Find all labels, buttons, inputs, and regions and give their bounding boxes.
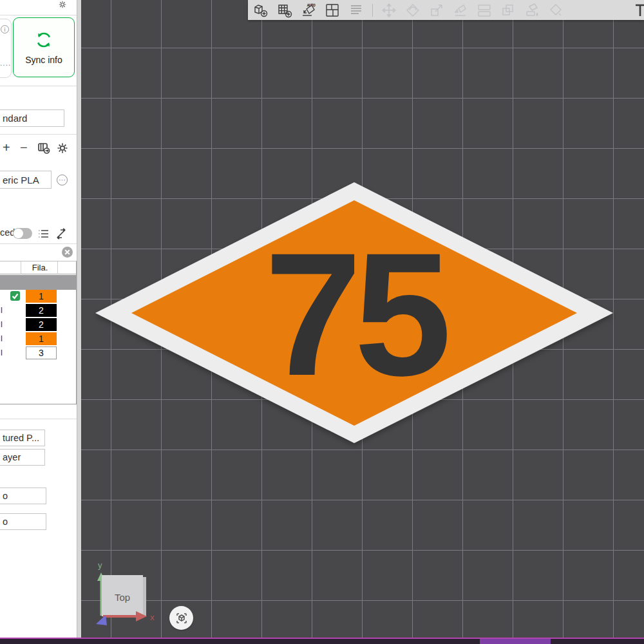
panel-edge bbox=[77, 0, 81, 638]
option-select-1[interactable]: o bbox=[0, 488, 46, 504]
printable-checkbox-checked-icon[interactable] bbox=[10, 291, 20, 301]
sync-icon bbox=[33, 30, 54, 50]
svg-text:AUTO: AUTO bbox=[307, 4, 316, 7]
filament-id-cell[interactable]: 1 bbox=[26, 332, 57, 345]
option-select-2[interactable]: o bbox=[0, 513, 46, 530]
table-row[interactable]: l 3 bbox=[0, 346, 76, 360]
auto-orient-icon[interactable]: AUTO bbox=[301, 3, 316, 18]
close-panel-button[interactable] bbox=[62, 247, 73, 258]
section-divider bbox=[0, 15, 77, 15]
filament-id-cell[interactable]: 2 bbox=[26, 318, 57, 331]
support-icon[interactable] bbox=[348, 3, 364, 18]
section-divider bbox=[0, 134, 77, 135]
split-icon bbox=[477, 3, 492, 18]
plate-type-value: tured P... bbox=[3, 433, 39, 443]
plate-row-selected[interactable] bbox=[0, 275, 76, 290]
scale-icon bbox=[429, 3, 444, 18]
text-tool-icon[interactable] bbox=[632, 3, 644, 18]
table-row[interactable]: l 2 bbox=[0, 303, 76, 317]
add-object-icon[interactable] bbox=[253, 3, 269, 18]
sync-info-label: Sync info bbox=[25, 55, 62, 65]
toolbar-separator bbox=[372, 4, 373, 17]
parameter-list-icon[interactable] bbox=[38, 228, 50, 240]
filament-id-cell[interactable]: 2 bbox=[26, 304, 57, 317]
filament-id-cell[interactable]: 3 bbox=[26, 346, 57, 359]
taskbar-accent-segment bbox=[480, 639, 551, 644]
remove-filament-button[interactable]: − bbox=[20, 140, 28, 155]
filament-id-cell[interactable]: 1 bbox=[26, 290, 57, 303]
main-toolbar: AUTO bbox=[248, 0, 644, 20]
column-divider bbox=[21, 261, 21, 274]
object-name-fragment: l bbox=[1, 334, 3, 343]
arrange-icon[interactable] bbox=[325, 3, 340, 18]
info-icon[interactable]: i bbox=[1, 25, 9, 33]
section-divider bbox=[0, 243, 77, 244]
plate-type-select[interactable]: tured P... bbox=[0, 430, 45, 446]
filament-column-header: Fila. bbox=[23, 263, 57, 272]
merge-icon bbox=[500, 3, 516, 18]
sync-info-button[interactable]: Sync info bbox=[13, 17, 75, 77]
table-row[interactable]: l 2 bbox=[0, 317, 76, 332]
nav-cube-face-label[interactable]: Top bbox=[115, 592, 130, 603]
printer-settings-gear-icon[interactable] bbox=[57, 0, 68, 9]
column-divider bbox=[57, 261, 58, 274]
filament-more-button[interactable]: ⋯ bbox=[57, 175, 68, 185]
object-name-fragment: l bbox=[1, 305, 3, 315]
add-filament-button[interactable]: + bbox=[3, 140, 10, 155]
move-icon bbox=[381, 3, 397, 18]
object-name-fragment: l bbox=[1, 348, 3, 357]
process-preset-select[interactable]: ndard bbox=[0, 109, 64, 127]
process-preset-value: ndard bbox=[3, 113, 27, 124]
seam-icon bbox=[548, 3, 564, 18]
rotate-icon bbox=[405, 3, 421, 18]
filament-select[interactable]: eric PLA bbox=[0, 171, 52, 189]
filament-value: eric PLA bbox=[3, 175, 39, 185]
slicer-app-window: 75 y Top x AUTO bbox=[0, 0, 644, 644]
layer-preset-select[interactable]: ayer bbox=[0, 449, 45, 466]
section-divider bbox=[0, 419, 77, 419]
option-select-1-value: o bbox=[3, 491, 8, 501]
table-row[interactable]: l 1 bbox=[0, 332, 76, 346]
option-select-2-value: o bbox=[3, 516, 8, 527]
lay-flat-icon bbox=[453, 3, 468, 18]
filament-settings-gear-icon[interactable] bbox=[56, 142, 69, 155]
axis-y-label: y bbox=[98, 560, 102, 570]
advanced-toggle[interactable] bbox=[13, 228, 32, 239]
paint-icon bbox=[524, 3, 540, 18]
table-row[interactable]: 1 bbox=[0, 289, 76, 303]
axis-x-label: x bbox=[150, 612, 155, 622]
table-header-row: Fila. bbox=[0, 261, 76, 274]
add-plate-icon[interactable] bbox=[277, 3, 292, 18]
transfer-parameters-icon[interactable] bbox=[55, 228, 67, 240]
filament-sync-icon[interactable] bbox=[37, 142, 50, 155]
layer-preset-value: ayer bbox=[3, 452, 21, 462]
reset-view-button[interactable] bbox=[169, 606, 193, 630]
object-list-table: Fila. 1 l 2 l 2 l 1 l bbox=[0, 261, 77, 404]
toggle-knob bbox=[14, 229, 23, 238]
model-number-label[interactable]: 75 bbox=[265, 216, 448, 412]
taskbar-strip bbox=[0, 639, 644, 644]
sidebar-panel: i .... Sync info ndard + − eric PLA bbox=[0, 0, 77, 638]
section-divider bbox=[0, 86, 77, 86]
device-card-dots: .... bbox=[0, 59, 11, 68]
view-cube-icon bbox=[175, 611, 189, 625]
object-name-fragment: l bbox=[1, 319, 3, 329]
